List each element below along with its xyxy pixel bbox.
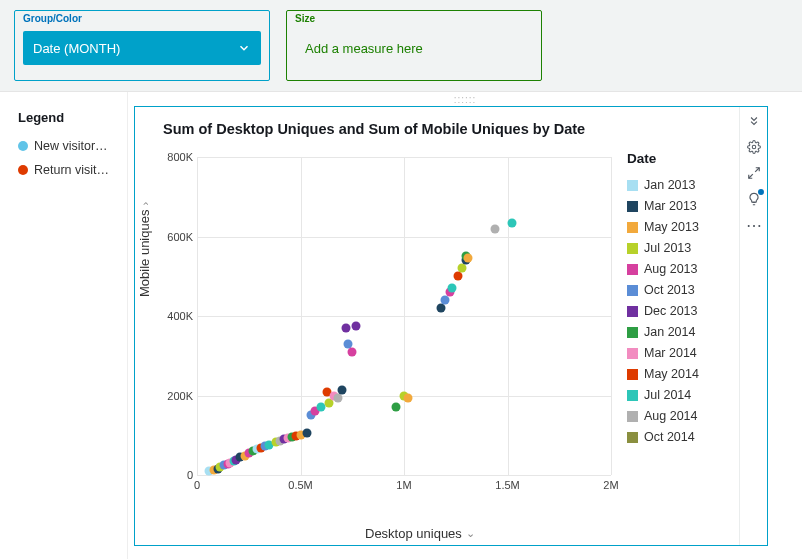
data-point[interactable] xyxy=(441,296,450,305)
data-point[interactable] xyxy=(337,385,346,394)
legend-swatch xyxy=(627,306,638,317)
legend-swatch xyxy=(627,411,638,422)
group-color-pill[interactable]: Date (MONTH) xyxy=(23,31,261,65)
size-well[interactable]: Size Add a measure here xyxy=(286,10,542,81)
data-point[interactable] xyxy=(352,321,361,330)
legend-swatch xyxy=(627,243,638,254)
data-point[interactable] xyxy=(453,272,462,281)
date-legend-item[interactable]: Mar 2013 xyxy=(627,199,731,213)
legend-label: Mar 2014 xyxy=(644,346,697,360)
size-placeholder[interactable]: Add a measure here xyxy=(295,31,533,65)
date-legend-item[interactable]: Mar 2014 xyxy=(627,346,731,360)
expand-down-icon[interactable] xyxy=(746,113,762,129)
legend-label: Return visit… xyxy=(34,163,109,177)
date-legend-item[interactable]: Oct 2013 xyxy=(627,283,731,297)
x-tick-label: 1.5M xyxy=(495,479,519,491)
chevron-right-icon: › xyxy=(139,202,151,206)
legend-label: Oct 2013 xyxy=(644,283,695,297)
legend-label: Oct 2014 xyxy=(644,430,695,444)
legend-item[interactable]: Return visit… xyxy=(18,163,117,177)
legend-label: New visitor… xyxy=(34,139,108,153)
y-axis-label[interactable]: Mobile uniques › xyxy=(137,202,152,297)
data-point[interactable] xyxy=(342,323,351,332)
legend-swatch xyxy=(18,165,28,175)
gridline-v xyxy=(611,157,612,475)
y-tick-label: 800K xyxy=(153,151,193,163)
visual-toolbar: ⋯ xyxy=(739,107,767,545)
svg-point-0 xyxy=(752,145,756,149)
group-color-well[interactable]: Group/Color Date (MONTH) xyxy=(14,10,270,81)
y-tick-label: 200K xyxy=(153,390,193,402)
data-point[interactable] xyxy=(464,254,473,263)
legend-swatch xyxy=(18,141,28,151)
plot-area: Sum of Desktop Uniques and Sum of Mobile… xyxy=(135,107,621,545)
svg-line-2 xyxy=(748,174,752,178)
left-legend-title: Legend xyxy=(18,110,117,125)
date-legend-item[interactable]: Jul 2013 xyxy=(627,241,731,255)
x-tick-label: 0.5M xyxy=(288,479,312,491)
legend-label: Aug 2013 xyxy=(644,262,698,276)
group-color-label: Group/Color xyxy=(23,13,82,24)
data-point[interactable] xyxy=(507,218,516,227)
data-point[interactable] xyxy=(333,393,342,402)
legend-swatch xyxy=(627,222,638,233)
date-legend-item[interactable]: Jan 2013 xyxy=(627,178,731,192)
legend-swatch xyxy=(627,369,638,380)
legend-swatch xyxy=(627,390,638,401)
gear-icon[interactable] xyxy=(746,139,762,155)
date-legend-item[interactable]: Jan 2014 xyxy=(627,325,731,339)
chart-panel: Sum of Desktop Uniques and Sum of Mobile… xyxy=(134,106,768,546)
data-point[interactable] xyxy=(491,224,500,233)
x-tick-label: 0 xyxy=(194,479,200,491)
field-wells-bar: Group/Color Date (MONTH) Size Add a meas… xyxy=(0,0,802,92)
date-legend-item[interactable]: May 2014 xyxy=(627,367,731,381)
chevron-down-icon: ⌄ xyxy=(466,527,475,540)
legend-swatch xyxy=(627,285,638,296)
maximize-icon[interactable] xyxy=(746,165,762,181)
legend-swatch xyxy=(627,327,638,338)
y-tick-label: 600K xyxy=(153,231,193,243)
data-point[interactable] xyxy=(391,403,400,412)
lightbulb-icon[interactable] xyxy=(746,191,762,207)
date-legend-item[interactable]: May 2013 xyxy=(627,220,731,234)
legend-label: Mar 2013 xyxy=(644,199,697,213)
date-legend-item[interactable]: Jul 2014 xyxy=(627,388,731,402)
date-legend-item[interactable]: Dec 2013 xyxy=(627,304,731,318)
data-point[interactable] xyxy=(457,264,466,273)
legend-label: Jul 2013 xyxy=(644,241,691,255)
more-icon[interactable]: ⋯ xyxy=(746,217,762,233)
notification-dot xyxy=(758,189,764,195)
x-tick-label: 2M xyxy=(603,479,618,491)
data-point[interactable] xyxy=(302,429,311,438)
data-point[interactable] xyxy=(447,284,456,293)
legend-label: Jan 2014 xyxy=(644,325,695,339)
main-area: Legend New visitor…Return visit… :::::: … xyxy=(0,92,802,559)
gridline-h xyxy=(197,475,611,476)
chart-title: Sum of Desktop Uniques and Sum of Mobile… xyxy=(147,107,613,139)
legend-label: Jan 2013 xyxy=(644,178,695,192)
date-legend-item[interactable]: Aug 2013 xyxy=(627,262,731,276)
x-axis-label[interactable]: Desktop uniques ⌄ xyxy=(365,526,475,541)
gridline-v xyxy=(404,157,405,475)
y-tick-label: 400K xyxy=(153,310,193,322)
legend-item[interactable]: New visitor… xyxy=(18,139,117,153)
legend-swatch xyxy=(627,180,638,191)
legend-label: Aug 2014 xyxy=(644,409,698,423)
date-legend: Date Jan 2013Mar 2013May 2013Jul 2013Aug… xyxy=(621,107,739,545)
drag-handle-icon[interactable]: :::::: xyxy=(454,94,477,105)
x-tick-label: 1M xyxy=(396,479,411,491)
legend-label: May 2013 xyxy=(644,220,699,234)
data-point[interactable] xyxy=(404,393,413,402)
date-legend-item[interactable]: Oct 2014 xyxy=(627,430,731,444)
data-point[interactable] xyxy=(348,347,357,356)
legend-label: Dec 2013 xyxy=(644,304,698,318)
scatter-plot[interactable]: 0200K400K600K800K00.5M1M1.5M2M xyxy=(197,157,611,475)
date-legend-item[interactable]: Aug 2014 xyxy=(627,409,731,423)
date-legend-title: Date xyxy=(627,151,731,166)
y-tick-label: 0 xyxy=(153,469,193,481)
legend-swatch xyxy=(627,348,638,359)
left-legend-panel: Legend New visitor…Return visit… xyxy=(0,92,128,559)
data-point[interactable] xyxy=(325,399,334,408)
data-point[interactable] xyxy=(437,304,446,313)
svg-line-1 xyxy=(755,168,759,172)
